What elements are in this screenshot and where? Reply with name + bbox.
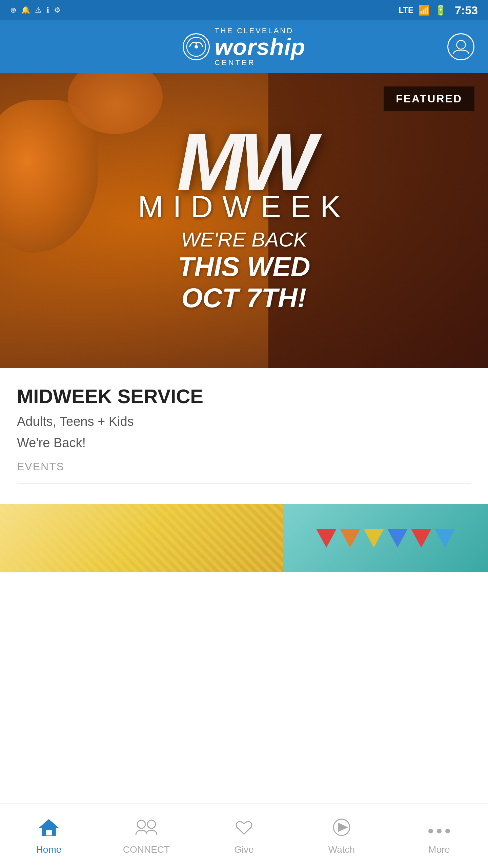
home-icon (39, 817, 59, 841)
watch-icon (332, 817, 351, 841)
nav-label-more: More (428, 844, 450, 855)
service-content: MIDWEEK SERVICE Adults, Teens + Kids We'… (0, 368, 488, 504)
svg-point-11 (437, 829, 442, 833)
profile-button[interactable] (447, 33, 474, 60)
service-subtitle: Adults, Teens + Kids (17, 414, 471, 429)
notification-icon: 🔔 (21, 6, 30, 15)
nav-item-connect[interactable]: CONNECT (98, 813, 195, 860)
wifi-icon: ⊛ (10, 6, 16, 15)
midweek-title: MIDWEEK (138, 190, 350, 224)
logo-circle-icon (183, 33, 210, 60)
featured-tag: FEATURED (384, 86, 474, 111)
midweek-line3: OCT 7TH! (138, 282, 350, 314)
svg-point-12 (445, 829, 450, 833)
flag-4 (387, 529, 408, 548)
signal-icon: 📶 (418, 5, 430, 16)
svg-marker-9 (339, 823, 347, 831)
logo-text-main: worship (215, 35, 305, 58)
nav-label-watch: Watch (328, 844, 355, 855)
lte-label: LTE (399, 5, 413, 15)
midweek-line2: THIS WED (138, 251, 350, 282)
settings-icon: ⚙ (54, 6, 61, 15)
nav-label-give: Give (234, 844, 254, 855)
service-description: We're Back! (17, 436, 471, 450)
content-divider (17, 483, 471, 484)
svg-point-10 (428, 829, 433, 833)
flag-5 (411, 529, 431, 548)
alert-icon: ⚠ (35, 6, 42, 15)
status-bar: ⊛ 🔔 ⚠ ℹ ⚙ LTE 📶 🔋 7:53 (0, 0, 488, 20)
svg-point-3 (456, 40, 465, 49)
midweek-line1: WE'RE BACK (138, 228, 350, 251)
info-icon: ℹ (46, 6, 49, 15)
nav-item-more[interactable]: More (390, 813, 488, 860)
nav-item-watch[interactable]: Watch (293, 813, 390, 860)
svg-point-1 (195, 45, 198, 48)
svg-point-7 (147, 820, 156, 828)
battery-icon: 🔋 (435, 5, 447, 16)
bottom-navigation: Home CONNECT Give Watch (0, 804, 488, 868)
svg-point-6 (137, 820, 145, 828)
status-icons-right: LTE 📶 🔋 7:53 (399, 4, 478, 17)
app-header: THE CLEVELAND worship CENTER (0, 20, 488, 73)
app-logo: THE CLEVELAND worship CENTER (183, 26, 305, 67)
nav-label-home: Home (36, 844, 62, 855)
banner-content: MW MIDWEEK WE'RE BACK THIS WED OCT 7TH! (118, 127, 370, 314)
flag-1 (316, 529, 337, 548)
preview-left (0, 504, 283, 572)
more-icon (427, 817, 451, 841)
nav-item-give[interactable]: Give (195, 813, 293, 860)
flag-6 (435, 529, 455, 548)
bunting-decoration (316, 529, 455, 548)
give-icon (234, 817, 254, 841)
service-tag: EVENTS (17, 460, 471, 473)
nav-item-home[interactable]: Home (0, 813, 98, 860)
time-display: 7:53 (455, 4, 478, 17)
flag-2 (340, 529, 360, 548)
connect-icon (135, 817, 158, 841)
preview-right (283, 504, 488, 572)
nav-label-connect: CONNECT (123, 844, 170, 855)
service-title: MIDWEEK SERVICE (17, 385, 471, 408)
featured-banner[interactable]: FEATURED MW MIDWEEK WE'RE BACK THIS WED … (0, 73, 488, 368)
mw-monogram: MW (138, 127, 350, 196)
preview-card-banner[interactable] (0, 504, 488, 572)
svg-rect-5 (46, 830, 52, 835)
status-icons-left: ⊛ 🔔 ⚠ ℹ ⚙ (10, 6, 61, 15)
flag-3 (364, 529, 384, 548)
logo-text-block: THE CLEVELAND worship CENTER (215, 26, 305, 67)
